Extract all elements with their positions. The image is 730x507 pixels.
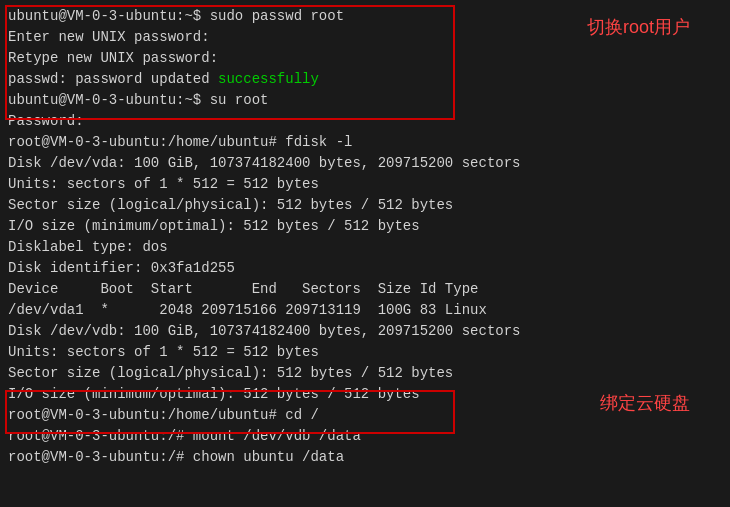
terminal-line: passwd: password updated successfully [8,69,722,90]
terminal-line: ubuntu@VM-0-3-ubuntu:~$ su root [8,90,722,111]
label-bind-disk: 绑定云硬盘 [600,390,690,417]
label-switch-root: 切换root用户 [587,14,690,41]
success-text: successfully [218,71,319,87]
terminal-line: root@VM-0-3-ubuntu:/# mount /dev/vdb /da… [8,426,722,447]
terminal-line: Retype new UNIX password: [8,48,722,69]
terminal-line: root@VM-0-3-ubuntu:/home/ubuntu# fdisk -… [8,132,722,153]
terminal-line: Disklabel type: dos [8,237,722,258]
terminal-line: Sector size (logical/physical): 512 byte… [8,195,722,216]
terminal-line: Units: sectors of 1 * 512 = 512 bytes [8,174,722,195]
terminal-line: Password: [8,111,722,132]
terminal-line: /dev/vda1 * 2048 209715166 209713119 100… [8,300,722,321]
terminal-line: Disk /dev/vda: 100 GiB, 107374182400 byt… [8,153,722,174]
terminal-line: Units: sectors of 1 * 512 = 512 bytes [8,342,722,363]
terminal-line: Disk identifier: 0x3fa1d255 [8,258,722,279]
terminal-line: root@VM-0-3-ubuntu:/# chown ubuntu /data [8,447,722,468]
terminal: 切换root用户 绑定云硬盘 ubuntu@VM-0-3-ubuntu:~$ s… [0,0,730,507]
terminal-line: Sector size (logical/physical): 512 byte… [8,363,722,384]
terminal-line: Disk /dev/vdb: 100 GiB, 107374182400 byt… [8,321,722,342]
terminal-line: I/O size (minimum/optimal): 512 bytes / … [8,216,722,237]
terminal-line: Device Boot Start End Sectors Size Id Ty… [8,279,722,300]
